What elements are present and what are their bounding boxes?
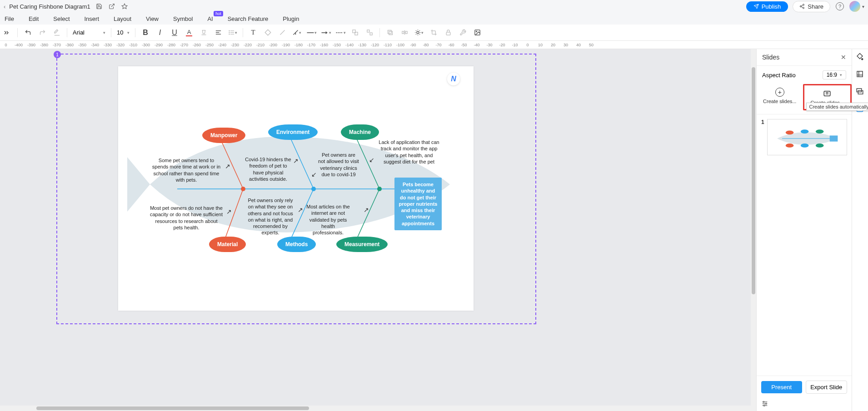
save-icon[interactable] [96,3,102,10]
svg-point-35 [476,31,477,32]
avatar[interactable] [849,1,860,12]
star-icon[interactable] [121,3,128,10]
line-dash-button[interactable]: ▾ [334,26,347,39]
panel-settings-icon[interactable] [761,400,847,407]
connector-button[interactable]: ▾ [290,26,303,39]
cause-manpower[interactable]: Manpower [202,128,245,143]
export-button[interactable]: Export Slide [806,381,848,394]
ruler-mark: -50 [458,43,470,47]
tools-button[interactable] [456,26,469,39]
svg-point-32 [417,31,419,34]
ruler-mark: -280 [165,43,177,47]
arrow-style-button[interactable]: ▾ [319,26,332,39]
share-button[interactable]: Share [793,1,830,12]
cause-methods[interactable]: Methods [277,237,316,252]
ungroup-button[interactable] [363,26,376,39]
publish-button[interactable]: Publish [746,1,788,12]
present-button[interactable]: Present [761,381,802,393]
bold-button[interactable]: B [139,26,152,39]
ruler-mark: -320 [115,43,126,47]
svg-rect-26 [370,33,372,35]
text-machine-b[interactable]: Lack of application that can track and m… [377,139,441,165]
underline-button[interactable]: U [168,26,181,39]
ruler-mark: 30 [560,43,572,47]
line-color-button[interactable] [276,26,289,39]
close-icon[interactable]: ✕ [841,54,846,61]
ruler-mark: -70 [433,43,444,47]
redo-button[interactable] [36,26,49,39]
open-external-icon[interactable] [109,3,115,10]
text-measurement[interactable]: Most articles on the internet are not va… [305,203,351,236]
menu-insert[interactable]: Insert [85,15,100,22]
ruler-mark: -20 [496,43,508,47]
group-button[interactable] [349,26,361,39]
fill-tool-icon[interactable] [856,53,865,62]
menu-view[interactable]: View [146,15,159,22]
font-color-button[interactable]: A [183,26,195,39]
menu-search[interactable]: Search Feature [228,15,269,22]
svg-point-43 [241,187,245,191]
fill-button[interactable] [261,26,274,39]
avatar-chevron-icon[interactable]: ▾ [862,4,864,9]
svg-point-6 [803,7,804,9]
cause-measurement[interactable]: Measurement [336,237,388,252]
menu-symbol[interactable]: Symbol [173,15,193,22]
italic-button[interactable]: I [154,26,166,39]
menu-file[interactable]: File [5,15,14,22]
svg-marker-18 [265,30,271,35]
crop-button[interactable] [427,26,440,39]
ruler-mark: -360 [64,43,75,47]
menu-ai[interactable]: AI hot [207,15,213,22]
font-size-select[interactable]: 10▾ [115,28,131,37]
cause-environment[interactable]: Environment [268,124,318,140]
horizontal-scrollbar[interactable] [0,406,756,411]
effects-button[interactable]: ▾ [413,26,425,39]
text-methods[interactable]: Pet owners only rely on what they see on… [245,197,295,236]
text-material[interactable]: Most pet owners do not have the capacity… [150,205,223,231]
text-manpower[interactable]: Some pet owners tend to spends more time… [150,157,223,183]
aspect-select[interactable]: 16:9▾ [823,70,846,79]
arrow-icon: ↗ [226,208,232,215]
cause-machine[interactable]: Machine [341,124,379,140]
text-machine-a[interactable]: Pet owners are not allowed to visit vete… [318,152,359,178]
undo-button[interactable] [21,26,34,39]
create-slides-template-button[interactable]: + Create slides... [757,84,803,110]
list-button[interactable]: ▾ [226,26,239,39]
ruler-mark: -330 [102,43,114,47]
menu-select[interactable]: Select [53,15,70,22]
crop-tool-icon[interactable] [856,70,865,79]
selection-handle[interactable]: 1 [54,51,61,58]
aspect-label: Aspect Ratio [762,72,796,79]
format-painter-button[interactable] [50,26,63,39]
layers-tool-icon[interactable] [856,87,865,96]
effect-box[interactable]: Pets become unhealthy and do not get the… [394,178,442,230]
create-slides-auto-button[interactable]: Create slides... Create slides automatic… [803,84,852,110]
arrange-button[interactable] [384,26,396,39]
vertical-scrollbar[interactable] [751,49,756,406]
ruler-mark: -120 [369,43,381,47]
text-tool-button[interactable]: T [247,26,259,39]
cause-material[interactable]: Material [209,237,246,252]
help-icon[interactable]: ? [836,2,844,10]
collapse-panel-icon[interactable] [3,29,10,36]
image-button[interactable] [471,26,484,39]
back-icon[interactable]: ‹ [4,3,5,10]
text-environment[interactable]: Covid-19 hinders the freedom of pet to h… [243,156,293,182]
tooltip: Create slides automatically [806,103,868,111]
line-style-button[interactable]: ▾ [305,26,318,39]
font-select[interactable]: Arial▾ [71,28,107,37]
text-effect-button[interactable] [197,26,210,39]
menu-layout[interactable]: Layout [114,15,131,22]
align-button[interactable] [212,26,224,39]
distribute-button[interactable] [398,26,411,39]
ruler-mark: -80 [420,43,432,47]
menu-edit[interactable]: Edit [29,15,39,22]
canvas-area[interactable]: 1 N [0,49,756,411]
document-title[interactable]: Pet Caring Fishbone Diagram1 [9,3,90,10]
slide-page[interactable]: N [118,66,474,311]
lock-button[interactable] [442,26,454,39]
ruler-mark: -190 [280,43,292,47]
svg-line-0 [111,4,114,7]
slide-thumbnail[interactable]: 1 [761,119,847,155]
menu-plugin[interactable]: Plugin [283,15,299,22]
